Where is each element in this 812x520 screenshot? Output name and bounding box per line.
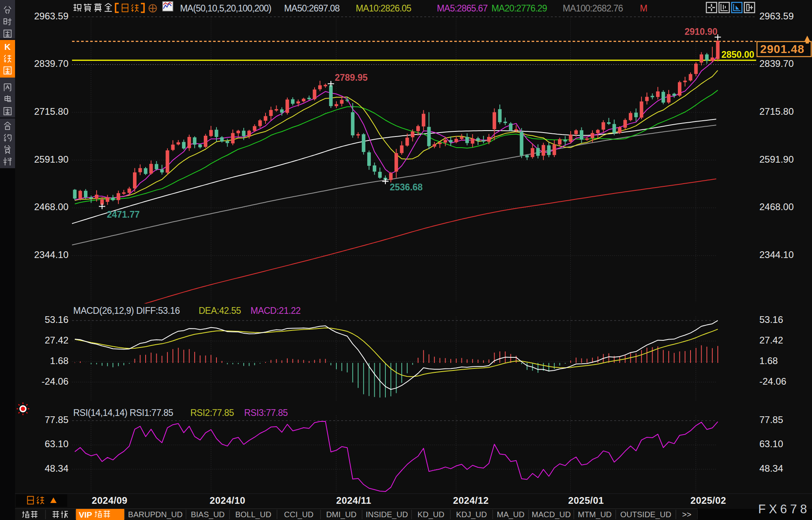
svg-text:2024/09: 2024/09	[92, 495, 127, 506]
svg-text:DEA:42.55: DEA:42.55	[199, 306, 241, 316]
svg-text:INSIDE_UD: INSIDE_UD	[366, 510, 408, 519]
svg-text:BARUPDN_UD: BARUPDN_UD	[128, 510, 183, 519]
svg-text:2715.80: 2715.80	[34, 106, 68, 117]
svg-text:MTM_UD: MTM_UD	[578, 510, 612, 519]
svg-text:MACD_UD: MACD_UD	[532, 510, 571, 519]
svg-text:2839.70: 2839.70	[759, 58, 794, 69]
svg-text:RSI3:77.85: RSI3:77.85	[244, 408, 288, 418]
svg-text:2536.68: 2536.68	[390, 182, 423, 192]
svg-text:2024/12: 2024/12	[453, 495, 489, 506]
svg-text:2850.00: 2850.00	[721, 49, 754, 60]
svg-text:2024/11: 2024/11	[336, 495, 372, 506]
svg-text:MA20:2776.29: MA20:2776.29	[491, 3, 547, 13]
svg-text:>>: >>	[682, 510, 691, 519]
svg-text:RSI(14,14,14) RSI1:77.85: RSI(14,14,14) RSI1:77.85	[73, 408, 173, 418]
svg-text:-24.06: -24.06	[42, 376, 68, 387]
svg-text:MA50:2697.08: MA50:2697.08	[284, 3, 340, 13]
svg-text:77.85: 77.85	[759, 414, 783, 425]
svg-text:2025/01: 2025/01	[568, 495, 604, 506]
svg-text:MA10:2826.05: MA10:2826.05	[356, 3, 411, 13]
svg-text:2789.95: 2789.95	[335, 72, 368, 83]
svg-text:MACD:21.22: MACD:21.22	[250, 306, 301, 316]
svg-text:2468.00: 2468.00	[34, 201, 68, 212]
svg-text:2344.10: 2344.10	[759, 249, 794, 260]
svg-text:MACD(26,12,9) DIFF:53.16: MACD(26,12,9) DIFF:53.16	[73, 306, 180, 316]
svg-text:77.85: 77.85	[45, 414, 68, 425]
svg-text:-24.06: -24.06	[759, 376, 786, 387]
svg-text:VIP: VIP	[79, 510, 92, 519]
svg-text:2963.59: 2963.59	[34, 11, 68, 21]
svg-text:KDJ_UD: KDJ_UD	[456, 510, 487, 519]
svg-text:48.34: 48.34	[759, 463, 783, 474]
svg-text:2468.00: 2468.00	[759, 201, 794, 212]
svg-text:RSI2:77.85: RSI2:77.85	[190, 408, 234, 418]
svg-text:M: M	[640, 3, 647, 13]
svg-text:2591.90: 2591.90	[759, 154, 794, 165]
svg-text:KD_UD: KD_UD	[417, 510, 444, 519]
svg-text:48.34: 48.34	[45, 463, 68, 474]
svg-text:63.10: 63.10	[45, 438, 68, 449]
svg-text:BOLL_UD: BOLL_UD	[235, 510, 271, 519]
svg-text:53.16: 53.16	[759, 314, 783, 325]
svg-text:2901.48: 2901.48	[760, 43, 804, 55]
svg-text:2839.70: 2839.70	[34, 58, 68, 69]
svg-text:FX678: FX678	[758, 502, 810, 516]
svg-text:MA5:2865.67: MA5:2865.67	[437, 3, 488, 13]
svg-text:2025/02: 2025/02	[691, 495, 726, 506]
svg-text:27.42: 27.42	[45, 335, 68, 345]
svg-text:MA_UD: MA_UD	[497, 510, 524, 519]
svg-text:K: K	[4, 42, 11, 52]
svg-text:DMI_UD: DMI_UD	[326, 510, 357, 519]
svg-text:63.10: 63.10	[759, 438, 783, 449]
svg-text:1.68: 1.68	[759, 355, 778, 366]
svg-text:MA(50,10,5,20,100,200): MA(50,10,5,20,100,200)	[180, 3, 271, 13]
svg-text:2471.77: 2471.77	[107, 209, 140, 220]
svg-text:1.68: 1.68	[50, 355, 68, 366]
svg-text:BIAS_UD: BIAS_UD	[191, 510, 225, 519]
svg-text:2024/10: 2024/10	[210, 495, 245, 506]
svg-text:2910.90: 2910.90	[685, 27, 717, 37]
svg-text:27.42: 27.42	[759, 335, 783, 345]
svg-text:53.16: 53.16	[45, 314, 68, 325]
svg-text:CCI_UD: CCI_UD	[284, 510, 313, 519]
svg-text:MA100:2682.76: MA100:2682.76	[563, 3, 623, 13]
svg-text:2715.80: 2715.80	[759, 106, 794, 117]
svg-text:2963.59: 2963.59	[759, 11, 794, 21]
svg-text:2344.10: 2344.10	[34, 249, 68, 260]
svg-text:OUTSIDE_UD: OUTSIDE_UD	[620, 510, 672, 519]
svg-text:2591.90: 2591.90	[34, 154, 68, 165]
